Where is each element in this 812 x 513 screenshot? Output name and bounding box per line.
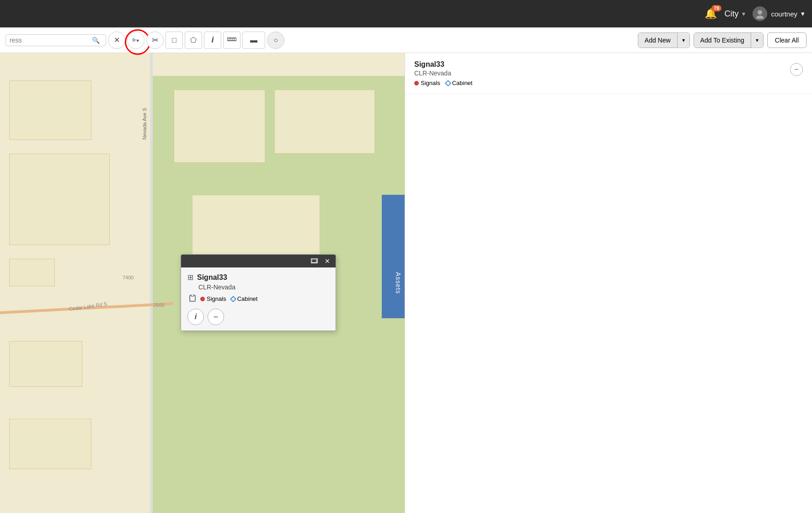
map-area[interactable]: Nevada Ave S Cedar Lake Rd S 7400 2500 A… bbox=[0, 53, 405, 513]
key-icon: 🗝 bbox=[132, 36, 139, 44]
toolbar: 🔍 ✕ 🗝 ✂ □ ⬠ i ▬ ○ bbox=[0, 27, 812, 53]
popup-tag-signals-label: Signals bbox=[207, 295, 226, 302]
popup-actions: i − bbox=[187, 309, 329, 325]
search-input[interactable] bbox=[10, 37, 92, 44]
map-green-area-2 bbox=[151, 305, 405, 513]
card-tag-signals: Signals bbox=[414, 80, 440, 86]
popup-tag-cabinet: Cabinet bbox=[231, 295, 258, 302]
asset-card-sub: CLR-Nevada bbox=[414, 69, 472, 77]
city-label: City bbox=[724, 9, 738, 19]
popup-subtitle: CLR-Nevada bbox=[198, 283, 329, 291]
building-7 bbox=[274, 90, 375, 154]
circle-icon: ○ bbox=[273, 36, 278, 44]
add-new-dropdown-arrow[interactable]: ▾ bbox=[678, 33, 689, 47]
map-number-2500: 2500 bbox=[153, 302, 164, 308]
scissors-tool-button[interactable]: ✂ bbox=[146, 32, 164, 49]
info-icon: i bbox=[211, 35, 214, 45]
popup-minimize-button[interactable] bbox=[310, 256, 319, 266]
add-to-existing-button[interactable]: Add To Existing bbox=[694, 33, 751, 48]
notification-badge: 78 bbox=[711, 5, 721, 11]
extra-tool-button[interactable]: ○ bbox=[267, 32, 284, 49]
card-signals-dot-icon bbox=[414, 81, 419, 86]
add-to-existing-button-group: Add To Existing ▾ bbox=[694, 32, 764, 48]
search-icon[interactable]: 🔍 bbox=[92, 37, 100, 44]
popup-asset-name: Signal33 bbox=[197, 273, 227, 282]
info-tool-button[interactable]: i bbox=[204, 32, 221, 49]
chevron-down-icon: ▾ bbox=[742, 10, 745, 17]
asset-card-content: Signal33 CLR-Nevada Signals Cabinet bbox=[414, 60, 472, 86]
card-tag-cabinet-label: Cabinet bbox=[452, 80, 473, 86]
clear-all-button[interactable]: Clear All bbox=[767, 32, 807, 48]
topbar-right: 🔔 78 City ▾ courtney ▾ bbox=[705, 6, 805, 21]
square-icon: □ bbox=[172, 36, 176, 44]
map-popup: ✕ ⊞ Signal33 CLR-Nevada Signals bbox=[181, 254, 336, 331]
popup-body: ⊞ Signal33 CLR-Nevada Signals Cabinet bbox=[181, 267, 336, 331]
building-5 bbox=[9, 419, 91, 469]
city-dropdown[interactable]: City ▾ bbox=[724, 9, 745, 19]
svg-point-1 bbox=[756, 16, 764, 19]
add-new-button[interactable]: Add New bbox=[638, 33, 678, 48]
add-new-button-group: Add New ▾ bbox=[638, 32, 690, 48]
building-2 bbox=[9, 154, 110, 245]
notification-bell[interactable]: 🔔 78 bbox=[705, 8, 717, 20]
asset-card-name: Signal33 bbox=[414, 60, 472, 69]
right-panel: Signal33 CLR-Nevada Signals Cabinet − bbox=[405, 53, 812, 513]
svg-point-0 bbox=[758, 10, 762, 15]
card-tag-signals-label: Signals bbox=[421, 80, 440, 86]
measure-tool-button[interactable] bbox=[223, 32, 240, 49]
clipboard-icon bbox=[189, 294, 196, 303]
user-name: courtney bbox=[771, 10, 797, 18]
toolbar-right-group: Add New ▾ Add To Existing ▾ Clear All bbox=[638, 32, 807, 48]
measure-icon bbox=[227, 36, 236, 44]
pentagon-icon: ⬠ bbox=[190, 36, 197, 44]
user-chevron-icon: ▾ bbox=[801, 10, 805, 18]
assets-tab[interactable]: Assets bbox=[392, 265, 405, 301]
popup-title-row: ⊞ Signal33 bbox=[187, 273, 329, 282]
pentagon-tool-button[interactable]: ⬠ bbox=[185, 32, 202, 49]
minus-icon: − bbox=[214, 312, 219, 322]
building-4 bbox=[9, 341, 82, 387]
building-3 bbox=[9, 259, 55, 286]
card-tag-cabinet: Cabinet bbox=[446, 80, 473, 86]
card-cabinet-dot-icon bbox=[445, 80, 451, 86]
popup-info-button[interactable]: i bbox=[187, 309, 204, 325]
topbar: 🔔 78 City ▾ courtney ▾ bbox=[0, 0, 812, 27]
asset-remove-icon: − bbox=[794, 65, 798, 74]
popup-tag-signals: Signals bbox=[200, 295, 226, 302]
user-info[interactable]: courtney ▾ bbox=[753, 6, 805, 21]
square-tool-button[interactable]: □ bbox=[166, 32, 183, 49]
close-icon: ✕ bbox=[114, 36, 120, 44]
asset-card: Signal33 CLR-Nevada Signals Cabinet − bbox=[405, 53, 812, 94]
signals-dot-icon bbox=[200, 297, 205, 301]
scissors-icon: ✂ bbox=[152, 35, 159, 45]
cabinet-dot-icon bbox=[230, 295, 236, 302]
building-6 bbox=[174, 90, 265, 163]
info-circle-icon: i bbox=[195, 313, 197, 321]
close-tool-button[interactable]: ✕ bbox=[108, 32, 125, 49]
popup-close-button[interactable]: ✕ bbox=[323, 256, 332, 266]
popup-titlebar: ✕ bbox=[181, 255, 336, 267]
nevada-ave-road bbox=[150, 53, 153, 513]
rect-tool-button[interactable]: ▬ bbox=[242, 32, 265, 49]
popup-tag-cabinet-label: Cabinet bbox=[237, 295, 258, 302]
asset-card-tags: Signals Cabinet bbox=[414, 80, 472, 86]
popup-tags-row: Signals Cabinet bbox=[189, 294, 329, 303]
asset-remove-button[interactable]: − bbox=[790, 63, 803, 76]
key-tool-button[interactable]: 🗝 bbox=[127, 32, 144, 49]
rect-icon: ▬ bbox=[250, 36, 257, 44]
svg-rect-10 bbox=[191, 294, 194, 296]
building-1 bbox=[9, 80, 91, 140]
avatar bbox=[753, 6, 767, 21]
svg-rect-8 bbox=[312, 259, 316, 262]
map-number-7400: 7400 bbox=[123, 275, 134, 280]
popup-remove-button[interactable]: − bbox=[208, 309, 224, 325]
nevada-ave-label: Nevada Ave S bbox=[142, 108, 147, 140]
svg-rect-2 bbox=[227, 38, 236, 41]
grid-icon: ⊞ bbox=[187, 273, 193, 282]
add-to-existing-dropdown-arrow[interactable]: ▾ bbox=[751, 33, 763, 47]
assets-tab-label: Assets bbox=[395, 272, 402, 294]
search-box[interactable]: 🔍 bbox=[5, 34, 106, 46]
